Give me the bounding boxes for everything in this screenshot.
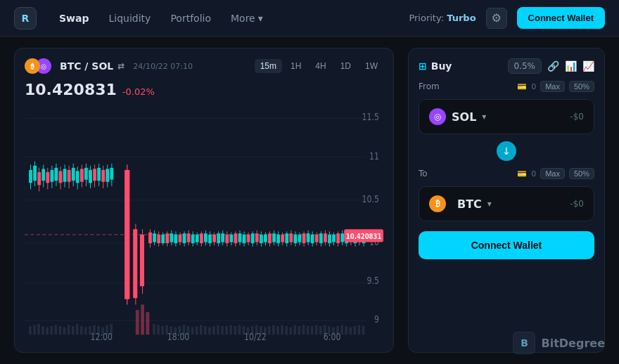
svg-rect-34 bbox=[141, 304, 144, 334]
to-token-symbol: BTC bbox=[457, 197, 482, 211]
tf-1d[interactable]: 1D bbox=[335, 59, 357, 73]
svg-rect-15 bbox=[37, 324, 40, 334]
svg-rect-20 bbox=[59, 326, 62, 334]
slippage-badge[interactable]: 0.5% bbox=[508, 58, 542, 74]
svg-rect-223 bbox=[340, 233, 344, 242]
svg-rect-33 bbox=[136, 310, 139, 334]
chart-header: ₿ ◎ BTC / SOL ⇄ 24/10/22 07:10 15m 1H 4H… bbox=[25, 58, 383, 74]
chart-svg: 11.5 11 10.5 10 9.5 9 bbox=[25, 105, 383, 342]
bar-chart-icon[interactable]: 📈 bbox=[582, 60, 594, 72]
from-controls: 💳 0 Max 50% bbox=[517, 81, 594, 92]
svg-text:9: 9 bbox=[374, 313, 379, 325]
svg-text:6:00: 6:00 bbox=[324, 331, 341, 342]
to-balance: 0 bbox=[531, 169, 536, 178]
tf-15m[interactable]: 15m bbox=[255, 59, 282, 73]
connect-wallet-button[interactable]: Connect Wallet bbox=[517, 7, 605, 29]
svg-rect-207 bbox=[307, 233, 310, 242]
svg-rect-119 bbox=[97, 168, 101, 181]
to-token-usd: -$0 bbox=[570, 199, 584, 209]
svg-rect-71 bbox=[302, 325, 305, 334]
from-token-chevron: ▾ bbox=[482, 112, 486, 122]
svg-rect-17 bbox=[46, 327, 49, 335]
to-max-button[interactable]: Max bbox=[540, 168, 565, 179]
from-token-select[interactable]: ◎ SOL ▾ bbox=[429, 108, 486, 125]
svg-text:11: 11 bbox=[369, 150, 379, 162]
svg-rect-97 bbox=[50, 170, 53, 182]
svg-rect-173 bbox=[234, 233, 238, 243]
svg-rect-121 bbox=[101, 170, 105, 182]
nav-swap[interactable]: Swap bbox=[59, 10, 89, 27]
svg-rect-64 bbox=[272, 325, 275, 334]
svg-rect-69 bbox=[294, 325, 297, 334]
svg-rect-19 bbox=[55, 325, 58, 334]
to-controls: 💳 0 Max 50% bbox=[517, 168, 594, 179]
header-right: Priority: Turbo ⚙ Connect Wallet bbox=[409, 7, 605, 29]
nav: Swap Liquidity Portfolio More ▾ bbox=[59, 10, 263, 27]
svg-rect-175 bbox=[238, 233, 242, 242]
svg-rect-203 bbox=[298, 235, 302, 242]
to-token-select[interactable]: ₿ BTC ▾ bbox=[429, 195, 492, 212]
chart-panel: ₿ ◎ BTC / SOL ⇄ 24/10/22 07:10 15m 1H 4H… bbox=[14, 48, 394, 353]
buy-tab[interactable]: ⊞ Buy bbox=[419, 60, 452, 72]
svg-rect-37 bbox=[157, 325, 160, 334]
tf-4h[interactable]: 4H bbox=[310, 59, 331, 73]
svg-rect-135 bbox=[153, 233, 156, 242]
svg-rect-50 bbox=[212, 326, 215, 334]
priority-value: Turbo bbox=[447, 13, 476, 23]
connect-wallet-large-button[interactable]: Connect Wallet bbox=[419, 231, 594, 259]
tf-1h[interactable]: 1H bbox=[285, 59, 307, 73]
pair-name: BTC / SOL ⇄ bbox=[60, 60, 125, 72]
svg-rect-159 bbox=[204, 233, 208, 242]
svg-rect-91 bbox=[37, 172, 41, 185]
svg-rect-189 bbox=[268, 233, 272, 243]
svg-rect-137 bbox=[157, 235, 160, 243]
nav-portfolio[interactable]: Portfolio bbox=[170, 10, 211, 27]
svg-rect-195 bbox=[281, 235, 284, 242]
from-label: From bbox=[419, 82, 440, 91]
svg-rect-177 bbox=[243, 235, 246, 243]
svg-rect-125 bbox=[110, 168, 113, 180]
svg-rect-23 bbox=[72, 326, 75, 334]
svg-rect-153 bbox=[191, 235, 195, 243]
chart-icon[interactable]: 📊 bbox=[565, 60, 577, 72]
svg-text:10.5: 10.5 bbox=[362, 193, 379, 205]
to-label-row: To 💳 0 Max 50% bbox=[419, 168, 594, 179]
link-icon[interactable]: 🔗 bbox=[547, 60, 559, 72]
svg-text:11.5: 11.5 bbox=[362, 111, 379, 123]
svg-rect-115 bbox=[89, 170, 92, 183]
header: R Swap Liquidity Portfolio More ▾ Priori… bbox=[0, 0, 619, 37]
swap-arrows-icon[interactable]: ⇄ bbox=[117, 61, 125, 71]
to-50pct-button[interactable]: 50% bbox=[569, 168, 594, 179]
swap-arrow-row: ↓ bbox=[419, 141, 594, 161]
svg-rect-101 bbox=[59, 171, 63, 183]
tf-1w[interactable]: 1W bbox=[359, 59, 383, 73]
svg-text:18:00: 18:00 bbox=[167, 331, 190, 342]
swap-panel: ⊞ Buy 0.5% 🔗 📊 📈 From 💳 0 Max 50% ◎ bbox=[408, 48, 605, 353]
chevron-down-icon: ▾ bbox=[258, 13, 263, 24]
svg-rect-149 bbox=[183, 233, 186, 243]
from-max-button[interactable]: Max bbox=[540, 81, 565, 92]
nav-more[interactable]: More ▾ bbox=[231, 13, 263, 24]
svg-rect-74 bbox=[315, 325, 318, 334]
svg-rect-85 bbox=[362, 326, 365, 334]
svg-rect-163 bbox=[212, 235, 216, 242]
swap-controls: 0.5% 🔗 📊 📈 bbox=[508, 58, 595, 74]
svg-rect-49 bbox=[208, 327, 211, 335]
svg-rect-70 bbox=[298, 326, 301, 334]
svg-rect-22 bbox=[68, 325, 70, 334]
svg-rect-127 bbox=[125, 170, 129, 299]
svg-rect-48 bbox=[204, 326, 207, 334]
swap-panel-header: ⊞ Buy 0.5% 🔗 📊 📈 bbox=[419, 58, 594, 74]
settings-button[interactable]: ⚙ bbox=[486, 8, 507, 29]
swap-direction-button[interactable]: ↓ bbox=[497, 141, 516, 161]
svg-rect-183 bbox=[255, 233, 259, 242]
svg-rect-213 bbox=[319, 233, 323, 243]
from-token-symbol: SOL bbox=[452, 110, 476, 124]
svg-rect-151 bbox=[187, 233, 191, 242]
svg-rect-105 bbox=[68, 170, 71, 182]
svg-rect-93 bbox=[42, 169, 45, 181]
nav-liquidity[interactable]: Liquidity bbox=[109, 10, 151, 27]
from-50pct-button[interactable]: 50% bbox=[569, 81, 594, 92]
svg-rect-209 bbox=[311, 235, 314, 243]
priority-label: Priority: Turbo bbox=[409, 13, 476, 23]
